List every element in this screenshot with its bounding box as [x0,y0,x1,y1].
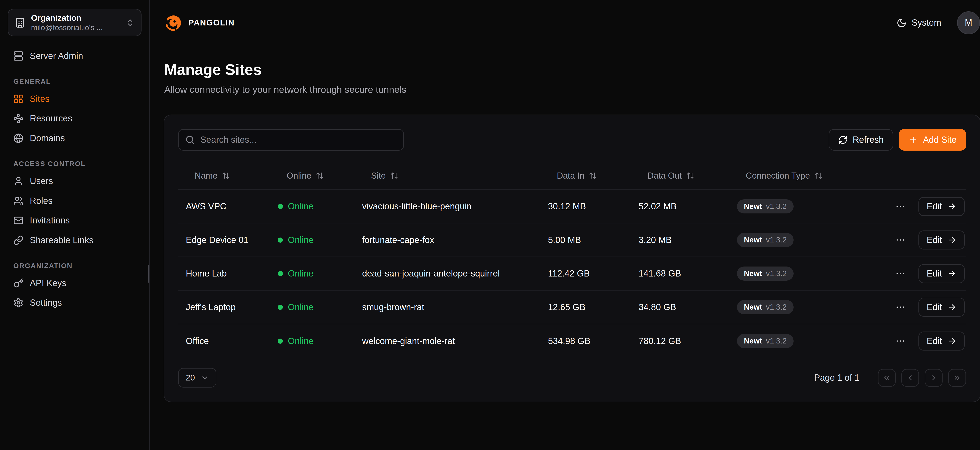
data-in-cell: 12.65 GB [540,302,631,312]
add-site-button[interactable]: Add Site [899,129,966,151]
sidebar-item-settings[interactable]: Settings [8,293,142,312]
edit-label: Edit [927,235,942,245]
user-icon [13,176,24,186]
sidebar-item-sites[interactable]: Sites [8,89,142,108]
theme-toggle[interactable]: System [892,17,945,29]
online-status-label: Online [288,336,313,346]
column-header-online[interactable]: Online [270,171,354,181]
sidebar-item-roles[interactable]: Roles [8,191,142,210]
connection-type-badge: Newtv1.3.2 [737,266,794,280]
search-input[interactable] [178,129,404,151]
sidebar-section-heading: ORGANIZATION [13,262,136,270]
edit-button[interactable]: Edit [918,298,965,317]
chevrons-right-icon [953,374,961,382]
column-header-name[interactable]: Name [178,171,270,181]
data-in-value: 112.42 GB [548,268,590,279]
sidebar-item-resources[interactable]: Resources [8,109,142,128]
sort-icon [390,171,398,180]
globe-icon [13,133,24,143]
next-page-button[interactable] [925,369,943,387]
sort-icon [222,171,230,180]
page-subtitle: Allow connectivity to your network throu… [164,84,980,95]
edit-button[interactable]: Edit [918,264,965,283]
online-status-cell: Online [270,336,354,346]
prev-page-button[interactable] [901,369,919,387]
column-header-connection-type[interactable]: Connection Type [729,171,880,181]
arrow-right-icon [948,202,956,211]
data-out-value: 3.20 MB [639,235,672,245]
site-name-cell: Office [178,336,270,346]
first-page-button[interactable] [878,369,896,387]
client-name: Newt [744,235,762,245]
edit-button[interactable]: Edit [918,230,965,249]
sidebar-item-domains[interactable]: Domains [8,129,142,147]
data-out-cell: 34.80 GB [631,302,730,312]
sidebar-section-heading: GENERAL [13,78,136,86]
mail-icon [13,215,24,226]
row-menu-button[interactable] [894,301,907,314]
edit-button[interactable]: Edit [918,331,965,350]
data-out-cell: 780.12 GB [631,336,730,346]
site-id-cell: fortunate-cape-fox [355,235,540,245]
row-actions-cell: Edit [880,298,966,317]
chevron-left-icon [906,374,914,382]
page-size-select[interactable]: 20 [178,368,216,388]
column-header-site[interactable]: Site [355,171,540,181]
sidebar-item-label: Users [30,176,53,186]
column-label: Online [286,171,311,181]
sidebar-item-shareable-links[interactable]: Shareable Links [8,231,142,250]
sidebar-item-api-keys[interactable]: API Keys [8,274,142,293]
sidebar-item-users[interactable]: Users [8,171,142,190]
site-id-cell: vivacious-little-blue-penguin [355,201,540,211]
sidebar-section-heading: ACCESS CONTROL [13,160,136,168]
row-menu-button[interactable] [894,267,907,280]
topbar-right: System M [892,11,980,34]
arrow-right-icon [948,269,956,278]
client-name: Newt [744,269,762,278]
online-status-cell: Online [270,235,354,245]
column-header-data-in[interactable]: Data In [540,171,631,181]
row-menu-button[interactable] [894,334,907,348]
table-header-row: NameOnlineSiteData InData OutConnection … [178,162,966,190]
refresh-button[interactable]: Refresh [829,129,893,151]
chevron-right-icon [930,374,938,382]
online-status-dot [278,271,283,276]
table-row: OfficeOnlinewelcome-giant-mole-rat534.98… [178,324,966,358]
row-actions-cell: Edit [880,197,966,216]
page-indicator: Page 1 of 1 [814,372,859,383]
page-size-value: 20 [186,373,195,382]
last-page-button[interactable] [948,369,966,387]
data-in-value: 534.98 GB [548,336,590,346]
data-in-cell: 112.42 GB [540,268,631,279]
column-header-data-out[interactable]: Data Out [631,171,730,181]
sort-icon [686,171,694,180]
client-version: v1.3.2 [766,235,787,245]
sidebar-item-label: API Keys [30,278,66,288]
online-status-label: Online [288,235,313,245]
link-icon [13,235,24,246]
org-selector[interactable]: Organization milo@fossorial.io's ... [8,9,142,36]
column-label: Name [195,171,218,181]
settings-icon [13,298,24,308]
row-menu-button[interactable] [894,200,907,213]
online-status-cell: Online [270,268,354,279]
sidebar-item-invitations[interactable]: Invitations [8,211,142,230]
data-in-cell: 30.12 MB [540,201,631,211]
page-content: Manage Sites Allow connectivity to your … [150,46,980,402]
sidebar: Organization milo@fossorial.io's ... Ser… [0,0,150,450]
sidebar-item-server-admin[interactable]: Server Admin [8,46,142,65]
edit-button[interactable]: Edit [918,197,965,216]
online-status-cell: Online [270,302,354,312]
ellipsis-icon [895,336,906,346]
arrow-right-icon [948,236,956,244]
sidebar-scrollbar[interactable] [148,265,149,283]
avatar[interactable]: M [957,11,980,34]
data-in-value: 30.12 MB [548,201,586,211]
ellipsis-icon [895,201,906,212]
client-version: v1.3.2 [766,269,787,278]
row-menu-button[interactable] [894,233,907,247]
edit-label: Edit [927,336,942,346]
site-id-cell: smug-brown-rat [355,302,540,312]
client-name: Newt [744,303,762,312]
key-icon [13,278,24,288]
